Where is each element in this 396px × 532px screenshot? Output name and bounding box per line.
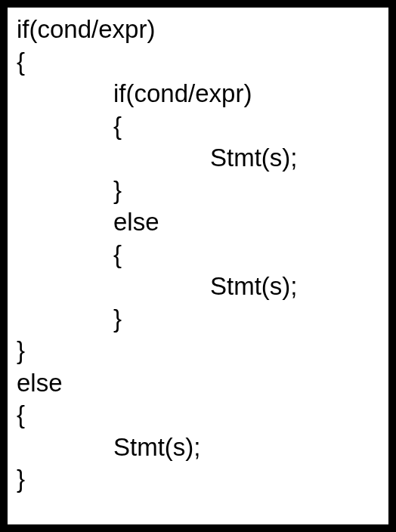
- code-line: if(cond/expr): [17, 14, 379, 46]
- code-line: {: [17, 46, 379, 79]
- code-line: {: [17, 399, 379, 431]
- code-line: {: [17, 239, 379, 271]
- code-line: if(cond/expr): [17, 78, 379, 110]
- code-box: if(cond/expr) { if(cond/expr) { Stmt(s);…: [0, 0, 396, 532]
- code-line: Stmt(s);: [17, 431, 379, 464]
- code-line: else: [17, 367, 379, 400]
- code-line: }: [17, 303, 379, 336]
- code-line: Stmt(s);: [17, 142, 379, 175]
- code-line: }: [17, 335, 379, 367]
- code-line: Stmt(s);: [17, 271, 379, 303]
- code-line: }: [17, 175, 379, 207]
- code-line: {: [17, 110, 379, 143]
- code-line: else: [17, 206, 379, 239]
- code-line: }: [17, 463, 379, 496]
